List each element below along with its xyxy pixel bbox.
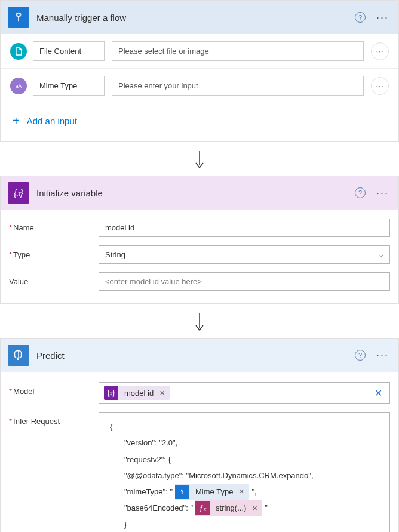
more-icon[interactable]: ···: [374, 11, 391, 24]
request-label: Infer Request: [9, 412, 99, 426]
code-line: "version": "2.0",: [110, 435, 381, 451]
input-row-file-content: File Content Please select file or image…: [1, 34, 398, 69]
trigger-token-icon: [175, 485, 189, 499]
variable-title: Initialize variable: [36, 188, 355, 198]
input-row-mime-type: aA Mime Type Please enter your input ···: [1, 69, 398, 103]
value-label: Value: [9, 272, 99, 286]
predict-card: Predict ? ··· Model {𝑥} model id ✕ ✕ Inf…: [0, 338, 399, 532]
brain-icon: [12, 349, 25, 362]
code-line: {: [110, 419, 381, 435]
model-input[interactable]: {𝑥} model id ✕ ✕: [99, 382, 390, 404]
arrow-connector: [0, 146, 399, 176]
token-mime-type[interactable]: Mime Type ✕: [175, 484, 249, 500]
value-input[interactable]: <enter model id value here>: [99, 272, 390, 291]
chevron-down-icon: ⌵: [379, 251, 383, 259]
input-value[interactable]: Please enter your input: [112, 76, 364, 96]
predict-icon: [8, 345, 29, 366]
code-line: "mimeType": " Mime Type ✕ ",: [110, 484, 381, 500]
help-icon[interactable]: ?: [355, 12, 366, 23]
trigger-header[interactable]: Manually trigger a flow ? ···: [1, 1, 398, 34]
request-input[interactable]: { "version": "2.0", "requestv2": { "@@od…: [99, 412, 390, 532]
svg-text:aA: aA: [16, 83, 22, 89]
row-more-icon[interactable]: ···: [371, 77, 389, 95]
code-line: }: [110, 516, 381, 532]
token-label: string(...): [210, 500, 251, 516]
trigger-title: Manually trigger a flow: [36, 13, 355, 23]
code-line: "base64Encoded": " ƒₓ string(...) ✕ ": [110, 500, 381, 516]
file-icon: [10, 43, 27, 60]
more-icon[interactable]: ···: [374, 187, 391, 199]
touch-icon: [12, 11, 25, 24]
token-remove-icon[interactable]: ✕: [238, 485, 249, 499]
row-more-icon[interactable]: ···: [371, 42, 389, 60]
type-label: Type: [9, 245, 99, 259]
input-label[interactable]: File Content: [33, 41, 105, 61]
more-icon[interactable]: ···: [374, 349, 391, 362]
name-input[interactable]: model id: [99, 219, 390, 237]
variable-token-icon: {𝑥}: [104, 386, 118, 400]
token-remove-icon[interactable]: ✕: [158, 389, 170, 397]
variable-icon: {𝑥}: [8, 182, 29, 204]
input-value[interactable]: Please select file or image: [112, 41, 364, 61]
add-input-button[interactable]: + Add an input: [1, 103, 398, 141]
type-value: String: [105, 250, 125, 259]
token-expression[interactable]: ƒₓ string(...) ✕: [195, 500, 262, 516]
token-label: model id: [118, 389, 158, 398]
help-icon[interactable]: ?: [355, 187, 366, 198]
fx-token-icon: ƒₓ: [195, 501, 210, 515]
predict-header[interactable]: Predict ? ···: [1, 339, 398, 372]
input-label[interactable]: Mime Type: [33, 76, 105, 96]
trigger-icon: [8, 7, 29, 28]
variable-header[interactable]: {𝑥} Initialize variable ? ···: [1, 176, 398, 210]
model-label: Model: [9, 382, 99, 396]
token-remove-icon[interactable]: ✕: [251, 502, 262, 515]
add-input-label: Add an input: [27, 116, 77, 126]
svg-point-0: [17, 13, 20, 17]
fx-brace-icon: {𝑥}: [14, 188, 23, 198]
token-label: Mime Type: [189, 484, 238, 500]
name-label: Name: [9, 219, 99, 232]
help-icon[interactable]: ?: [355, 350, 366, 361]
trigger-card: Manually trigger a flow ? ··· File Conte…: [0, 0, 399, 142]
clear-icon[interactable]: ✕: [372, 388, 385, 399]
text-icon: aA: [10, 78, 27, 94]
type-select[interactable]: String ⌵: [99, 245, 390, 264]
arrow-connector: [0, 309, 399, 338]
predict-title: Predict: [36, 350, 355, 361]
code-line: "requestv2": {: [110, 451, 381, 468]
variable-card: {𝑥} Initialize variable ? ··· Name model…: [0, 176, 399, 304]
token-model-id[interactable]: {𝑥} model id ✕: [104, 386, 170, 400]
plus-icon: +: [13, 114, 20, 128]
svg-point-5: [182, 490, 183, 491]
code-line: "@@odata.type": "Microsoft.Dynamics.CRM.…: [110, 468, 381, 484]
